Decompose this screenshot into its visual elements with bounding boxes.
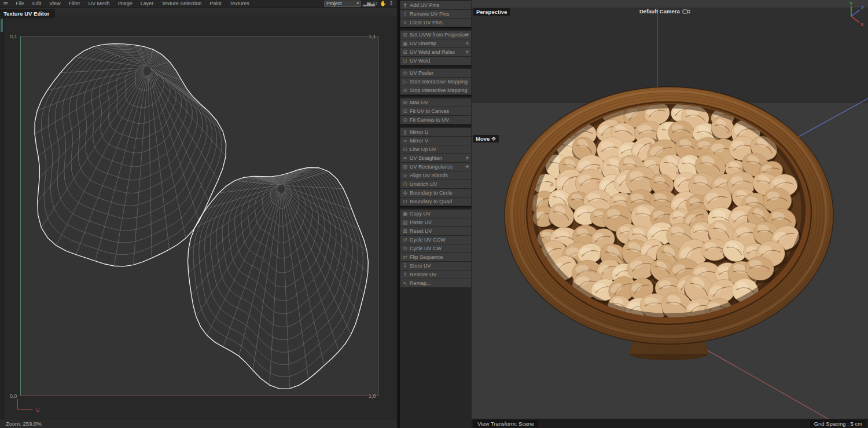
command-group-separator [400, 95, 472, 97]
histogram-icon[interactable]: ▂▅▃ [363, 1, 371, 6]
menu-item-view[interactable]: View [45, 1, 64, 6]
gear-icon[interactable]: ✳ [465, 164, 469, 170]
wooden-bowl[interactable] [505, 87, 833, 360]
u-axis-label: U [36, 407, 40, 413]
scene-bowl-of-chickpeas[interactable] [472, 8, 868, 419]
uv-island-1[interactable] [35, 44, 226, 266]
island-ring [211, 172, 348, 340]
command-uv-straighten[interactable]: ≡UV Straighten✳ [400, 154, 471, 162]
command-label: UV Unwrap [410, 41, 436, 46]
command-cycle-uv-ccw[interactable]: ↺Cycle UV CCW [400, 236, 471, 244]
command-uv-unwrap[interactable]: ▣UV Unwrap✳ [400, 39, 471, 47]
uv-corner-label-01: 0,1 [10, 34, 17, 39]
island-spoke [282, 193, 290, 389]
command-label: UV Weld [410, 58, 430, 64]
menu-item-layer[interactable]: Layer [137, 1, 158, 6]
command-boundary-to-circle[interactable]: ⊕Boundary to Circle [400, 189, 471, 197]
command-mirror-u[interactable]: ‖Mirror U [400, 128, 471, 136]
island-ring [76, 53, 197, 193]
command-stop-interactive-mapping[interactable]: ⊘Stop Interactive Mapping [400, 86, 471, 94]
uv-islands-wireframe[interactable] [21, 36, 378, 396]
command-store-uv[interactable]: ↧Store UV [400, 262, 471, 270]
command-uv-peeler[interactable]: ◎UV Peeler [400, 69, 471, 77]
cycle-cw-icon: ↻ [400, 246, 410, 251]
command-remove-uv-pins[interactable]: †Remove UV Pins [400, 10, 471, 18]
command-start-interactive-mapping[interactable]: ▷Start Interactive Mapping [400, 78, 471, 86]
command-uv-weld[interactable]: ⊔UV Weld [400, 57, 471, 65]
x-axis-label: X [860, 22, 864, 27]
gear-icon[interactable]: ✳ [465, 155, 469, 161]
menu-item-edit[interactable]: Edit [28, 1, 46, 6]
island-spoke [38, 71, 144, 157]
island-ring [62, 49, 207, 218]
command-remap[interactable]: ↖Remap... [400, 279, 471, 287]
menu-item-image[interactable]: Image [114, 1, 137, 6]
command-cycle-uv-cw[interactable]: ↻Cycle UV CW [400, 244, 471, 253]
uv-u-axis-line [20, 396, 379, 396]
command-clear-uv-pins[interactable]: ×Clear UV Pins [400, 19, 471, 27]
zoom-level-readout: Zoom: 259.0% [6, 420, 42, 427]
command-line-up-uv[interactable]: ⊡Line Up UV [400, 145, 471, 153]
command-label: Cycle UV CCW [410, 237, 446, 243]
uv-editor-tab[interactable]: Texture UV Editor [0, 9, 55, 18]
command-unstitch-uv[interactable]: ⊓Unstitch UV [400, 180, 471, 188]
frame-icon[interactable]: ⊡ [371, 1, 379, 6]
gear-icon[interactable]: ✳ [465, 41, 469, 46]
island-spoke [253, 193, 280, 370]
menu-item-file[interactable]: File [12, 1, 28, 6]
move-icon: ✥ [491, 136, 496, 142]
menu-item-texture-selection[interactable]: Texture Selection [157, 1, 205, 6]
command-uv-rectangularize[interactable]: ⊞UV Rectangularize✳ [400, 163, 471, 171]
command-fit-uv-to-canvas[interactable]: ⊡Fit UV to Canvas [400, 107, 471, 115]
command-uv-weld-and-relax[interactable]: ⊟UV Weld and Relax✳ [400, 48, 471, 56]
menu-item-filter[interactable]: Filter [65, 1, 84, 6]
command-boundary-to-quad[interactable]: ⊡Boundary to Quad [400, 197, 471, 206]
perspective-viewport[interactable] [472, 8, 868, 419]
command-fit-canvas-to-uv[interactable]: ⊙Fit Canvas to UV [400, 116, 471, 124]
command-align-uv-islands[interactable]: ∞Align UV Islands [400, 171, 471, 180]
command-add-uv-pins[interactable]: †Add UV Pins [400, 1, 471, 9]
command-label: Start Interactive Mapping [410, 79, 468, 85]
store-icon: ↧ [400, 263, 410, 269]
command-paste-uv[interactable]: ▤Paste UV [400, 218, 471, 226]
project-dropdown[interactable]: Project ▾ [324, 1, 361, 7]
hand-icon[interactable]: ✋ [379, 1, 387, 6]
command-restore-uv[interactable]: ↥Restore UV [400, 270, 471, 279]
mirror-u-icon: ‖ [400, 129, 410, 135]
menu-item-uv-mesh[interactable]: UV Mesh [84, 1, 114, 6]
island-spoke [239, 192, 279, 356]
side-strip-handle[interactable] [1, 19, 3, 32]
hamburger-icon[interactable]: ≡ [0, 1, 12, 7]
island-spoke [76, 75, 145, 254]
command-label: Line Up UV [410, 147, 436, 152]
unwrap-icon: ▣ [400, 41, 410, 46]
viewport-statusbar: View Transform: Scene Grid Spacing : 5 c… [472, 419, 868, 428]
command-mirror-v[interactable]: =Mirror V [400, 137, 471, 145]
island-spoke [189, 188, 278, 250]
gear-icon[interactable]: ✳ [465, 32, 469, 38]
download-icon[interactable]: ↧ [387, 1, 395, 6]
command-set-uvw-from-projection[interactable]: ⊞Set UVW from Projection✳ [400, 31, 471, 39]
uv-island-2[interactable] [188, 167, 369, 389]
gear-icon[interactable]: ✳ [465, 49, 469, 55]
fit-canvas-icon: ⊙ [400, 117, 410, 123]
uv-canvas[interactable] [20, 36, 379, 396]
menu-item-paint[interactable]: Paint [205, 1, 226, 6]
boundary-quad-icon: ⊡ [400, 199, 410, 204]
align-icon: ∞ [400, 173, 410, 178]
command-reset-uv[interactable]: ⊠Reset UV [400, 227, 471, 235]
active-camera-label[interactable]: Default Camera [637, 8, 693, 15]
island-spoke [39, 72, 144, 178]
command-flip-sequence[interactable]: ⇄Flip Sequence [400, 253, 471, 261]
line-up-icon: ⊡ [400, 147, 410, 152]
island-spoke [149, 68, 182, 80]
viewport-view-label[interactable]: Perspective [473, 8, 510, 16]
command-label: Unstitch UV [410, 181, 437, 187]
command-label: Fit UV to Canvas [410, 108, 449, 114]
menu-item-textures[interactable]: Textures [226, 1, 253, 6]
command-label: Paste UV [410, 220, 432, 225]
command-max-uv[interactable]: ⊞Max UV [400, 98, 471, 107]
command-label: Mirror U [410, 129, 429, 135]
command-copy-uv[interactable]: ▣Copy UV [400, 210, 471, 218]
straighten-icon: ≡ [400, 155, 410, 161]
